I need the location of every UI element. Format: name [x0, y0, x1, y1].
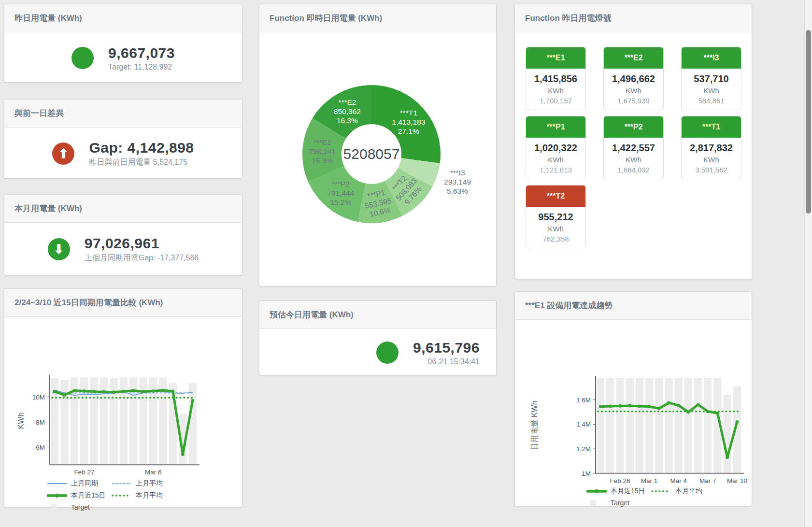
tile-target: 1,700,157 — [528, 97, 584, 105]
tile-label: ***P2 — [604, 116, 663, 138]
card-header: 本月用電量 (KWh) — [4, 195, 242, 223]
legend-label: 上月同期 — [71, 479, 98, 488]
card-compare-chart: 2/24~3/10 近15日同期用電量比較 (KWh) 6M8M10MFeb 2… — [4, 288, 242, 507]
status-circle-green-icon — [71, 47, 94, 69]
tile-label: ***E2 — [604, 47, 663, 69]
month-usage-gap: 上個月同期用電Gap: -17,377,566 — [85, 253, 199, 263]
tile-label: ***T1 — [682, 116, 741, 138]
card-month-usage: 本月用電量 (KWh) ⬇ 97,026,961 上個月同期用電Gap: -17… — [4, 194, 242, 275]
tile-unit: KWh — [684, 86, 739, 95]
legend-swatch-line-icon — [47, 480, 67, 487]
tile-value: 1,496,662 — [606, 73, 661, 85]
card-day-gap: 與前一日差異 ⬆ Gap: 4,142,898 昨日與前日用電量 5,524,1… — [4, 99, 242, 179]
legend-swatch-thick-icon — [47, 492, 67, 499]
target-bar — [606, 378, 614, 473]
card-title: 2/24~3/10 近15日同期用電量比較 (KWh) — [14, 298, 163, 307]
legend-swatch-dash-icon — [112, 480, 132, 487]
legend-swatch-dots-icon — [651, 488, 671, 495]
light-tile-E2[interactable]: ***E21,496,662KWh1,675,939 — [603, 47, 664, 110]
x-tick-label: Mar 6 — [145, 469, 162, 476]
target-bar — [675, 378, 683, 473]
estimate-timestamp: 06-21 15:34:41 — [413, 357, 480, 366]
target-bar — [704, 378, 712, 473]
light-tile-I3[interactable]: ***I3537,710KWh584,861 — [681, 47, 741, 110]
card-title: 與前一日差異 — [14, 109, 64, 118]
y-tick-label: 1M — [582, 470, 591, 477]
tile-target: 762,358 — [528, 235, 584, 243]
legend-swatch-dots-icon — [112, 492, 132, 499]
y-tick-label: 1.2M — [576, 445, 591, 453]
lights-tile-grid: ***E11,415,856KWh1,700,157***E21,496,662… — [515, 32, 752, 263]
tile-unit: KWh — [528, 225, 584, 233]
card-header: 預估今日用電量 (KWh) — [259, 301, 496, 329]
legend-item-本月平均[interactable]: 本月平均 — [112, 491, 176, 500]
realtime-donut-chart: 5208057***T11,413,18327.1%***I3293,1495.… — [259, 32, 496, 287]
status-circle-green-icon — [376, 342, 399, 364]
card-header: Function 即時日用電量 (KWh) — [259, 4, 496, 32]
card-realtime-donut: Function 即時日用電量 (KWh) 5208057***T11,413,… — [259, 4, 497, 286]
x-tick-label: Mar 7 — [699, 477, 716, 484]
tile-unit: KWh — [528, 156, 584, 164]
card-title: Function 昨日用電燈號 — [525, 14, 611, 23]
legend-item-Target[interactable]: Target — [47, 503, 112, 511]
tile-value: 1,020,322 — [528, 142, 584, 154]
tile-target: 584,861 — [684, 97, 739, 105]
tile-value: 2,817,832 — [684, 142, 739, 154]
tile-value: 1,415,856 — [528, 73, 584, 85]
legend-item-上月同期[interactable]: 上月同期 — [47, 479, 112, 488]
arrow-up-circle-icon: ⬆ — [52, 142, 74, 165]
scrollbar-thumb[interactable] — [806, 30, 811, 214]
legend-label: 上月平均 — [136, 479, 163, 488]
target-bar — [665, 378, 672, 473]
arrow-down-circle-icon: ⬇ — [48, 238, 70, 260]
light-tile-P1[interactable]: ***P11,020,322KWh1,121,613 — [526, 116, 586, 179]
tile-value: 955,212 — [528, 212, 584, 223]
y-tick-label: 8M — [36, 419, 45, 426]
tile-target: 3,591,562 — [684, 166, 739, 174]
legend-item-Target[interactable]: Target — [586, 499, 651, 507]
yesterday-usage-target: Target: 11,128,992 — [108, 63, 175, 71]
light-tile-T2[interactable]: ***T2955,212KWh762,358 — [526, 185, 586, 248]
card-lights: Function 昨日用電燈號 ***E11,415,856KWh1,700,1… — [514, 4, 752, 279]
day-gap-value: Gap: 4,142,898 — [89, 140, 194, 156]
tile-target: 1,684,092 — [606, 166, 661, 174]
scrollbar-track[interactable] — [804, 0, 812, 527]
card-title: 預估今日用電量 (KWh) — [270, 310, 354, 319]
card-yesterday-usage: 昨日用電量 (KWh) 9,667,073 Target: 11,128,992 — [4, 4, 242, 83]
target-bar — [616, 378, 624, 473]
dashboard: 昨日用電量 (KWh) 9,667,073 Target: 11,128,992… — [0, 0, 812, 527]
x-tick-label: Feb 27 — [74, 469, 94, 476]
card-header: Function 昨日用電燈號 — [515, 4, 752, 32]
tile-value: 537,710 — [684, 73, 739, 85]
legend-swatch-square-icon — [47, 504, 67, 511]
trend-legend: 本月近15日本月平均Target — [586, 487, 736, 510]
light-tile-E1[interactable]: ***E11,415,856KWh1,700,157 — [526, 47, 586, 110]
card-estimate-today: 預估今日用電量 (KWh) 9,615,796 06-21 15:34:41 — [259, 300, 497, 375]
tile-value: 1,422,557 — [606, 142, 661, 154]
tile-label: ***T2 — [526, 185, 585, 207]
tile-unit: KWh — [528, 86, 584, 95]
card-title: 本月用電量 (KWh) — [14, 204, 82, 213]
card-title: 昨日用電量 (KWh) — [14, 14, 82, 23]
target-bar — [636, 378, 643, 473]
arrow-up-icon: ⬆ — [58, 147, 69, 160]
donut-center-total: 5208057 — [343, 146, 400, 162]
legend-item-上月平均[interactable]: 上月平均 — [112, 479, 176, 488]
legend-swatch-square-icon — [586, 499, 607, 506]
y-tick-label: 1.6M — [576, 397, 591, 404]
day-gap-subtitle: 昨日與前日用電量 5,524,175 — [89, 157, 194, 168]
x-tick-label: Mar 1 — [641, 477, 658, 484]
light-tile-P2[interactable]: ***P21,422,557KWh1,684,092 — [603, 116, 664, 179]
legend-item-本月近15日[interactable]: 本月近15日 — [47, 491, 112, 500]
light-tile-T1[interactable]: ***T12,817,832KWh3,591,562 — [681, 116, 741, 179]
legend-item-本月近15日[interactable]: 本月近15日 — [586, 487, 651, 496]
legend-item-本月平均[interactable]: 本月平均 — [651, 487, 716, 496]
legend-label: 本月近15日 — [71, 491, 106, 500]
tile-target: 1,675,939 — [606, 97, 661, 105]
y-axis-title: KWh — [17, 413, 25, 429]
compare-legend: 上月同期上月平均本月近15日本月平均Target — [47, 479, 192, 514]
tile-unit: KWh — [606, 86, 661, 95]
legend-swatch-thick-icon — [586, 488, 607, 495]
card-header: ***E1 設備用電達成趨勢 — [515, 292, 752, 320]
card-e1-trend: ***E1 設備用電達成趨勢 1M1.2M1.4M1.6MFeb 26Mar 1… — [514, 291, 752, 506]
